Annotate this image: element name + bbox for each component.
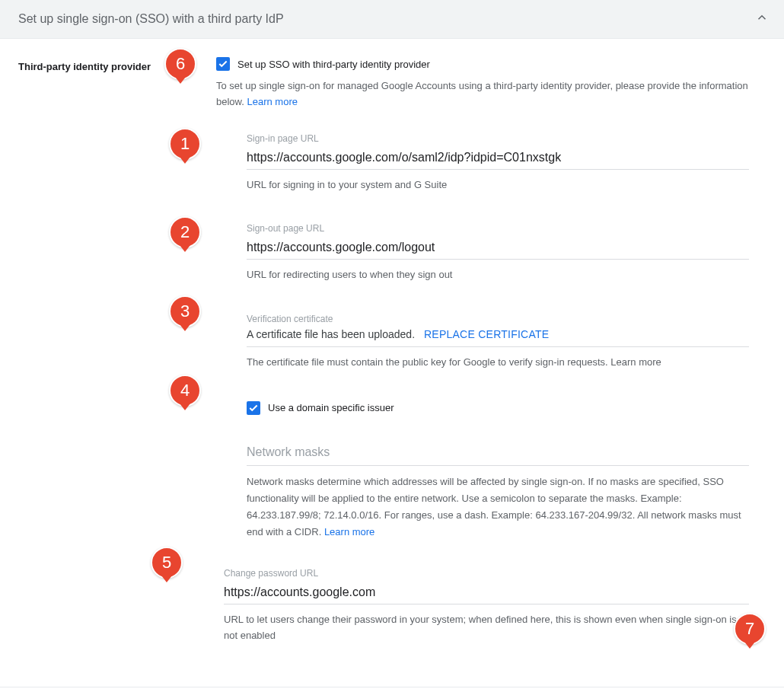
setup-sso-checkbox[interactable] — [216, 57, 230, 71]
learn-more-link[interactable]: Learn more — [247, 96, 297, 107]
setup-sso-label: Set up SSO with third-party identity pro… — [237, 59, 430, 70]
panel-title: Set up single sign-on (SSO) with a third… — [18, 12, 284, 26]
domain-issuer-label: Use a domain specific issuer — [268, 402, 394, 413]
signout-url-label: Sign-out page URL — [247, 223, 749, 234]
signin-url-input[interactable] — [247, 148, 749, 170]
cert-label: Verification certificate — [247, 314, 749, 324]
chevron-up-icon[interactable] — [755, 11, 769, 27]
network-masks-title: Network masks — [247, 445, 749, 466]
signout-url-input[interactable] — [247, 238, 749, 260]
setup-helper: To set up single sign-on for managed Goo… — [216, 78, 749, 110]
annotation-badge-5: 5 — [151, 547, 183, 579]
learn-more-link[interactable]: Learn more — [610, 356, 661, 368]
network-masks-body: Network masks determine which addresses … — [247, 474, 749, 541]
annotation-badge-7: 7 — [734, 613, 766, 645]
password-url-label: Change password URL — [224, 568, 749, 579]
cert-hint: The certificate file must contain the pu… — [247, 355, 749, 371]
domain-issuer-checkbox[interactable] — [247, 401, 260, 415]
cert-uploaded-text: A certificate file has been uploaded. — [247, 328, 415, 340]
annotation-badge-2: 2 — [169, 216, 201, 248]
password-url-input[interactable] — [224, 582, 749, 604]
panel-header[interactable]: Set up single sign-on (SSO) with a third… — [0, 0, 784, 39]
annotation-badge-3: 3 — [169, 295, 201, 327]
annotation-badge-6: 6 — [164, 48, 196, 80]
signin-url-hint: URL for signing in to your system and G … — [247, 177, 749, 193]
learn-more-link[interactable]: Learn more — [324, 526, 374, 537]
replace-certificate-button[interactable]: REPLACE CERTIFICATE — [424, 328, 550, 340]
password-url-hint: URL to let users change their password i… — [224, 612, 749, 644]
signout-url-hint: URL for redirecting users to when they s… — [247, 267, 749, 283]
annotation-badge-4: 4 — [169, 375, 201, 407]
annotation-badge-1: 1 — [169, 128, 201, 160]
signin-url-label: Sign-in page URL — [247, 133, 749, 144]
